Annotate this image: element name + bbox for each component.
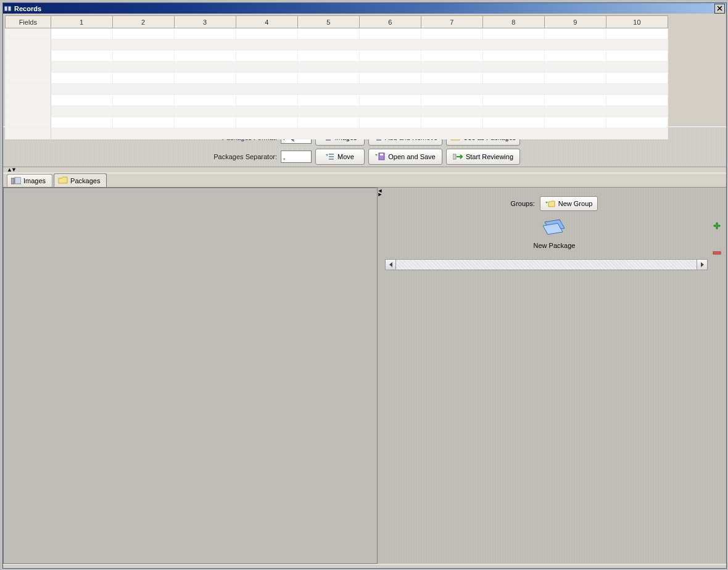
grid-cell[interactable] <box>482 51 544 62</box>
grid-cell[interactable] <box>606 128 668 139</box>
grid-cell[interactable] <box>112 28 174 39</box>
grid-cell[interactable] <box>51 128 112 139</box>
grid-cell[interactable] <box>421 73 482 84</box>
tab-images[interactable]: Images <box>7 174 52 187</box>
grid-cell[interactable] <box>6 84 51 95</box>
grid-cell[interactable] <box>51 73 112 84</box>
grid-cell[interactable] <box>421 28 482 39</box>
grid-cell[interactable] <box>544 39 606 51</box>
grid-cell[interactable] <box>482 84 544 95</box>
grid-cell[interactable] <box>359 39 421 51</box>
grid-cell[interactable] <box>359 128 421 139</box>
grid-cell[interactable] <box>236 62 297 73</box>
start-reviewing-button[interactable]: Start Reviewing <box>446 149 520 165</box>
grid-cell[interactable] <box>606 28 668 39</box>
grid-cell[interactable] <box>6 39 51 51</box>
move-button[interactable]: Move <box>315 149 365 165</box>
grid-cell[interactable] <box>482 117 544 128</box>
grid-cell[interactable] <box>544 106 606 117</box>
grid-cell[interactable] <box>174 28 236 39</box>
grid-cell[interactable] <box>297 106 359 117</box>
grid-cell[interactable] <box>359 106 421 117</box>
grid-cell[interactable] <box>236 51 297 62</box>
grid-cell[interactable] <box>297 128 359 139</box>
grid-cell[interactable] <box>236 73 297 84</box>
grid-cell[interactable] <box>544 73 606 84</box>
grid-cell[interactable] <box>112 62 174 73</box>
grid-cell[interactable] <box>174 51 236 62</box>
grid-cell[interactable] <box>421 95 482 106</box>
grid-cell[interactable] <box>112 128 174 139</box>
grid-cell[interactable] <box>544 62 606 73</box>
grid-cell[interactable] <box>421 62 482 73</box>
grid-cell[interactable] <box>359 51 421 62</box>
grid-cell[interactable] <box>174 95 236 106</box>
grid-cell[interactable] <box>544 28 606 39</box>
grid-cell[interactable] <box>174 106 236 117</box>
grid-cell[interactable] <box>6 95 51 106</box>
grid-cell[interactable] <box>297 28 359 39</box>
grid-cell[interactable] <box>297 117 359 128</box>
grid-cell[interactable] <box>421 117 482 128</box>
grid-cell[interactable] <box>236 117 297 128</box>
grid-cell[interactable] <box>174 39 236 51</box>
grid-cell[interactable] <box>482 28 544 39</box>
close-button[interactable] <box>714 4 725 14</box>
grid-cell[interactable] <box>51 39 112 51</box>
grid-cell[interactable] <box>606 51 668 62</box>
grid-cell[interactable] <box>297 51 359 62</box>
grid-cell[interactable] <box>51 117 112 128</box>
package-item[interactable]: New Package <box>524 217 585 249</box>
column-header[interactable]: 6 <box>359 16 421 28</box>
packages-separator-input[interactable] <box>281 151 312 163</box>
grid-cell[interactable] <box>112 73 174 84</box>
grid-cell[interactable] <box>544 51 606 62</box>
records-grid[interactable]: Fields12345678910 <box>5 15 668 139</box>
grid-cell[interactable] <box>236 39 297 51</box>
grid-cell[interactable] <box>51 28 112 39</box>
grid-cell[interactable] <box>544 128 606 139</box>
grid-cell[interactable] <box>297 39 359 51</box>
new-group-button[interactable]: New Group <box>540 196 598 211</box>
tab-packages[interactable]: Packages <box>54 173 107 187</box>
grid-cell[interactable] <box>236 128 297 139</box>
grid-cell[interactable] <box>174 84 236 95</box>
grid-cell[interactable] <box>6 28 51 39</box>
grid-cell[interactable] <box>112 39 174 51</box>
column-header[interactable]: 3 <box>174 16 236 28</box>
grid-cell[interactable] <box>112 95 174 106</box>
grid-cell[interactable] <box>112 51 174 62</box>
grid-cell[interactable] <box>6 117 51 128</box>
grid-cell[interactable] <box>51 106 112 117</box>
grid-cell[interactable] <box>544 117 606 128</box>
grid-cell[interactable] <box>482 128 544 139</box>
grid-cell[interactable] <box>421 39 482 51</box>
grid-cell[interactable] <box>174 73 236 84</box>
grid-cell[interactable] <box>236 28 297 39</box>
grid-cell[interactable] <box>359 117 421 128</box>
grid-cell[interactable] <box>359 62 421 73</box>
grid-cell[interactable] <box>6 106 51 117</box>
column-header[interactable]: 10 <box>606 16 668 28</box>
grid-cell[interactable] <box>6 51 51 62</box>
grid-cell[interactable] <box>359 28 421 39</box>
scroll-track[interactable] <box>396 260 697 270</box>
column-header[interactable]: 1 <box>51 16 112 28</box>
scroll-left-button[interactable] <box>386 260 396 270</box>
grid-cell[interactable] <box>236 84 297 95</box>
horizontal-splitter[interactable]: ▲▼ <box>3 167 726 173</box>
grid-cell[interactable] <box>421 51 482 62</box>
grid-cell[interactable] <box>606 39 668 51</box>
scroll-right-button[interactable] <box>697 260 707 270</box>
grid-cell[interactable] <box>482 95 544 106</box>
grid-cell[interactable] <box>606 95 668 106</box>
add-package-button[interactable] <box>713 222 721 232</box>
grid-cell[interactable] <box>544 84 606 95</box>
grid-cell[interactable] <box>359 95 421 106</box>
horizontal-scrollbar[interactable] <box>385 259 708 270</box>
grid-cell[interactable] <box>174 62 236 73</box>
grid-cell[interactable] <box>482 73 544 84</box>
column-header[interactable]: 2 <box>112 16 174 28</box>
column-header[interactable]: 4 <box>236 16 297 28</box>
grid-cell[interactable] <box>112 117 174 128</box>
